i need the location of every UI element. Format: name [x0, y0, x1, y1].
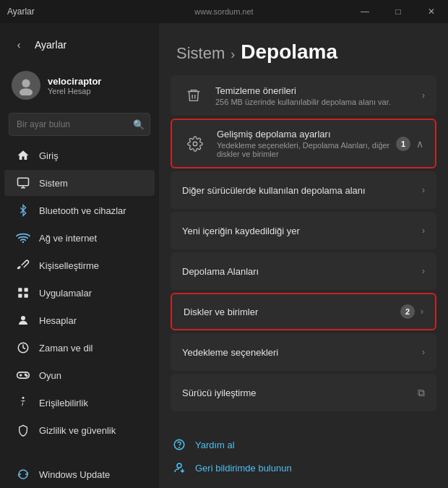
refresh-icon — [16, 467, 30, 481]
sidebar-item-giris[interactable]: Giriş — [4, 142, 155, 168]
feedback-icon — [171, 459, 188, 476]
menu-item-surucu-title: Sürücü iyileştirme — [182, 388, 418, 398]
chevron-icon: › — [421, 307, 423, 317]
sidebar-item-kisisel[interactable]: Kişiselleştirme — [4, 252, 155, 278]
menu-item-yedekleme-text: Yedekleme seçenekleri — [182, 347, 422, 358]
search-input[interactable] — [9, 113, 150, 136]
geri-label: Geri bildirimde bulunun — [195, 463, 292, 474]
avatar — [12, 71, 40, 100]
badge-1: 1 — [396, 137, 410, 151]
sidebar-header: ‹ Ayarlar — [0, 29, 159, 64]
sidebar: ‹ Ayarlar velociraptor Yerel Hesap — [0, 23, 159, 488]
menu-item-yeni-title: Yeni içeriğin kaydedildiği yer — [182, 226, 422, 236]
user-role: Yerel Hesap — [48, 87, 101, 95]
sidebar-item-uygulamalar-label: Uygulamalar — [39, 288, 92, 299]
svg-rect-5 — [25, 288, 28, 291]
menu-item-yedekleme-title: Yedekleme seçenekleri — [182, 347, 422, 358]
svg-point-16 — [193, 142, 197, 146]
back-button[interactable]: ‹ — [9, 35, 29, 55]
gear-icon — [184, 132, 207, 155]
accessibility-icon — [16, 395, 30, 410]
monitor-icon — [16, 176, 30, 190]
sidebar-bottom: Windows Update — [0, 461, 159, 488]
menu-item-diskler[interactable]: Diskler ve birimler 2 › — [171, 293, 436, 330]
svg-point-0 — [22, 80, 30, 87]
footer-links: Yardım al Geri bildirimde bulunun — [159, 427, 448, 488]
menu-item-gelismis-subtitle: Yedekleme seçenekleri, Depolama Alanları… — [217, 141, 396, 158]
menu-item-gelismis[interactable]: Gelişmiş depolama ayarları Yedekleme seç… — [171, 119, 436, 168]
menu-item-diger[interactable]: Diğer sürücülerde kullanılan depolama al… — [171, 171, 436, 209]
chevron-icon: › — [422, 226, 425, 236]
sidebar-item-giris-label: Giriş — [39, 150, 59, 161]
chevron-icon: › — [422, 347, 425, 357]
geri-link[interactable]: Geri bildirimde bulunun — [171, 459, 436, 476]
sidebar-item-zaman[interactable]: Zaman ve dil — [4, 335, 155, 361]
person-icon — [16, 313, 30, 328]
shield-icon — [16, 423, 30, 437]
wifi-icon — [16, 231, 30, 245]
sidebar-item-sistem[interactable]: Sistem — [4, 170, 155, 196]
search-icon: 🔍 — [133, 119, 145, 130]
menu-item-diger-text: Diğer sürücülerde kullanılan depolama al… — [182, 185, 422, 196]
sidebar-item-sistem-label: Sistem — [39, 178, 68, 189]
sidebar-item-bluetooth[interactable]: Bluetooth ve cihazlar — [4, 197, 155, 223]
sidebar-item-gizlilik-label: Gizlilik ve güvenlik — [39, 425, 116, 436]
svg-point-18 — [179, 447, 180, 448]
menu-item-gelismis-text: Gelişmiş depolama ayarları Yedekleme seç… — [217, 129, 396, 158]
menu-item-temizleme[interactable]: Temizleme önerileri 256 MB üzerinde kull… — [171, 75, 436, 116]
menu-item-diskler-title: Diskler ve birimler — [184, 307, 400, 317]
titlebar-url: www.sordum.net — [194, 7, 253, 16]
chevron-icon: › — [422, 185, 425, 195]
maximize-button[interactable]: □ — [382, 0, 415, 23]
breadcrumb-parent: Sistem — [176, 44, 225, 63]
menu-item-diger-title: Diğer sürücülerde kullanılan depolama al… — [182, 185, 422, 196]
sidebar-item-hesaplar-label: Hesaplar — [39, 315, 77, 326]
menu-item-surucu-text: Sürücü iyileştirme — [182, 388, 418, 398]
sidebar-item-erisim[interactable]: Erişilebilirlik — [4, 390, 155, 416]
close-button[interactable]: ✕ — [415, 0, 448, 23]
cleaning-icon — [182, 84, 205, 107]
expand-icon: ∧ — [416, 138, 423, 150]
minimize-button[interactable]: — — [348, 0, 382, 23]
bluetooth-icon — [16, 203, 30, 218]
sidebar-item-bluetooth-label: Bluetooth ve cihazlar — [39, 205, 126, 216]
search-box: 🔍 — [9, 113, 150, 136]
menu-item-temizleme-title: Temizleme önerileri — [215, 85, 422, 96]
user-profile[interactable]: velociraptor Yerel Hesap — [0, 64, 159, 107]
menu-item-yeni-text: Yeni içeriğin kaydedildiği yer — [182, 226, 422, 236]
sidebar-item-zaman-label: Zaman ve dil — [39, 343, 92, 354]
menu-item-temizleme-subtitle: 256 MB üzerinde kullanılabilir depolama … — [215, 98, 422, 106]
external-link-icon: ⧉ — [418, 387, 425, 399]
chevron-icon: › — [422, 90, 425, 100]
menu-item-yeni[interactable]: Yeni içeriğin kaydedildiği yer › — [171, 212, 436, 249]
titlebar-left: Ayarlar — [7, 7, 35, 17]
sidebar-item-gizlilik[interactable]: Gizlilik ve güvenlik — [4, 417, 155, 443]
sidebar-item-oyun[interactable]: Oyun — [4, 362, 155, 388]
sidebar-item-kisisel-label: Kişiselleştirme — [39, 260, 99, 271]
sidebar-item-ag[interactable]: Ağ ve internet — [4, 225, 155, 251]
chevron-icon: › — [422, 266, 425, 276]
menu-item-yedekleme[interactable]: Yedekleme seçenekleri › — [171, 333, 436, 371]
apps-icon — [16, 286, 30, 300]
main-panel: Sistem › Depolama Temizleme önerileri 25… — [159, 23, 448, 488]
back-icon: ‹ — [17, 39, 21, 51]
menu-item-surucu[interactable]: Sürücü iyileştirme ⧉ — [171, 374, 436, 411]
gamepad-icon — [16, 368, 30, 382]
sidebar-item-uygulamalar[interactable]: Uygulamalar — [4, 280, 155, 306]
titlebar-title: Ayarlar — [7, 7, 35, 17]
window: Ayarlar www.sordum.net — □ ✕ ‹ Ayarlar — [0, 0, 448, 488]
sidebar-item-windowsupdate[interactable]: Windows Update — [4, 461, 155, 487]
sidebar-item-windowsupdate-label: Windows Update — [39, 469, 110, 480]
breadcrumb-arrow: › — [231, 47, 235, 62]
home-icon — [16, 148, 30, 163]
sidebar-item-hesaplar[interactable]: Hesaplar — [4, 307, 155, 333]
menu-item-depolama-text: Depolama Alanları — [182, 266, 422, 277]
svg-point-1 — [20, 88, 33, 95]
menu-item-depolama[interactable]: Depolama Alanları › — [171, 252, 436, 290]
titlebar: Ayarlar www.sordum.net — □ ✕ — [0, 0, 448, 23]
user-info: velociraptor Yerel Hesap — [48, 76, 101, 95]
sidebar-app-title: Ayarlar — [35, 39, 66, 51]
help-icon — [171, 436, 188, 453]
sidebar-item-ag-label: Ağ ve internet — [39, 233, 97, 244]
yardim-link[interactable]: Yardım al — [171, 436, 436, 453]
